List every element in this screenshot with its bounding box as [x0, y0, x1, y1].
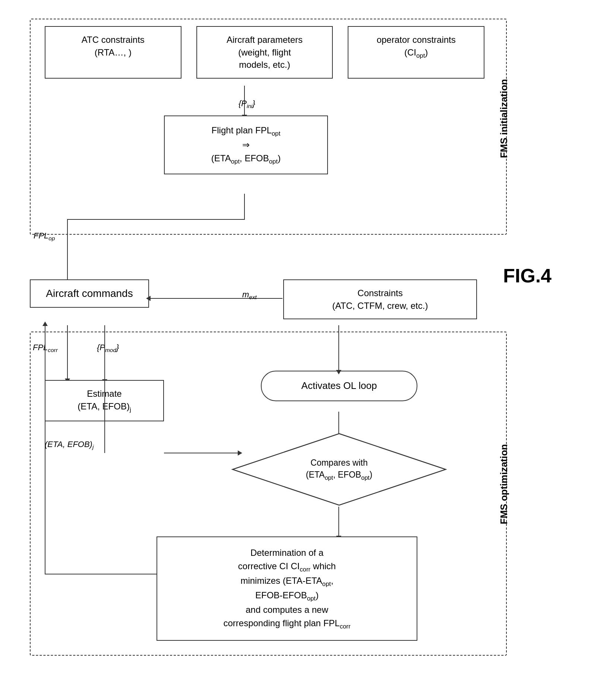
constraints-box: Constraints (ATC, CTFM, crew, etc.) — [283, 279, 477, 319]
determination-box: Determination of a corrective CI CIcorr … — [157, 536, 417, 641]
arrow-compares-to-determination — [338, 507, 339, 536]
flight-plan-box: Flight plan FPLopt ⇒ (ETAopt, EFOBopt) — [164, 115, 328, 174]
arrow-left-vertical — [67, 325, 68, 379]
fms-opt-label: FMS optimization — [498, 444, 510, 524]
top-boxes: ATC constraints (RTA…, ) Aircraft parame… — [45, 26, 484, 79]
arrow-constraints-to-activates — [338, 325, 339, 371]
aircraft-params-box: Aircraft parameters (weight, flight mode… — [196, 26, 333, 79]
m-ext-label: mext — [242, 290, 257, 301]
activates-ol-loop-box: Activates OL loop — [261, 371, 417, 401]
diagram-container: FIG.4 FMS initialization ATC constraints… — [22, 11, 581, 667]
arrow-flightplan-v — [244, 194, 245, 220]
p-mod-label: {Pmod} — [97, 343, 119, 354]
arrow-flightplan-h — [67, 219, 245, 220]
arrow-estimate-to-compares — [164, 453, 238, 453]
eta-efob-j-label: (ETA, EFOB)j — [45, 440, 94, 450]
arrow-flightplan-v2 — [67, 219, 68, 284]
p-ini-label: {Pini} — [238, 99, 255, 110]
arrow-estimate-down — [104, 380, 105, 453]
arrow-constraints-to-aircraft — [150, 298, 282, 299]
fig-label: FIG.4 — [503, 265, 552, 287]
aircraft-commands-box: Aircraft commands — [30, 279, 149, 308]
compares-diamond-container: Compares with (ETAopt, EFOBopt) — [231, 432, 447, 507]
operator-constraints-box: operator constraints (CIopt) — [348, 26, 484, 79]
atc-constraints-box: ATC constraints (RTA…, ) — [45, 26, 181, 79]
arrow-determination-left — [45, 574, 157, 574]
arrow-determination-up — [45, 325, 45, 574]
arrow-pmod-to-estimate — [104, 325, 105, 380]
compares-text: Compares with (ETAopt, EFOBopt) — [283, 457, 395, 482]
fpl-op-label: FPLop — [34, 231, 55, 242]
fms-init-label: FMS initialization — [498, 79, 510, 158]
